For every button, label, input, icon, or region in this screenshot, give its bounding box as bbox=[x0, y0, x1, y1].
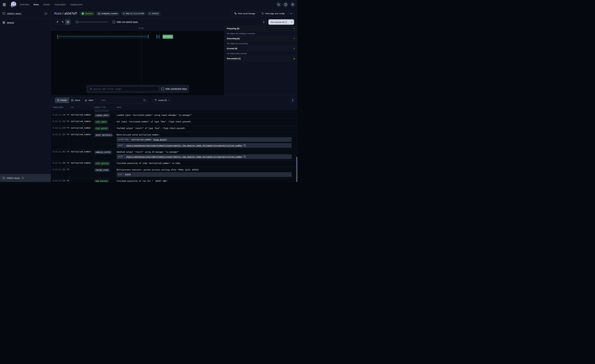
status-section-succeeded[interactable]: Succeeded (1)▶ bbox=[224, 56, 298, 61]
sidebar-item-job[interactable]: 250321-dvers 1 bbox=[0, 9, 51, 18]
event-type-tag: HANDLED_OUTPUT bbox=[94, 150, 112, 154]
sidebar-item-repo[interactable]: default bbox=[0, 18, 51, 27]
table-row: 5:12:11.263 PMmultiplied_numberHANDLED_O… bbox=[51, 149, 298, 161]
nav-overview[interactable]: Overview bbox=[20, 3, 29, 6]
log-filter-input[interactable] bbox=[99, 98, 147, 103]
event-type-tag: STEP_OUTPUT bbox=[94, 127, 109, 130]
path-link[interactable]: /Users/smackesey/stm/code/element1/exper… bbox=[126, 156, 242, 158]
waterfall-view-icon[interactable] bbox=[60, 20, 65, 25]
pan-to-top-bottom-icon[interactable] bbox=[290, 98, 295, 103]
table-row: 5:12:11.253 PMmultiplied_numberASSET_MAT… bbox=[51, 132, 298, 149]
dagster-logo[interactable] bbox=[10, 1, 17, 8]
event-type-cell: STEP_INPUT bbox=[92, 119, 115, 125]
nav-deployment[interactable]: Deployment bbox=[70, 3, 82, 6]
gantt-timeline: 0.5s bbox=[51, 26, 224, 31]
hide-unselected-checkbox[interactable]: Hide unselected steps bbox=[161, 88, 187, 90]
table-row: 5:12:11.249 PMmultiplied_numberSTEP_OUTP… bbox=[51, 126, 298, 132]
event-info: Materialized value multiplied_number.ass… bbox=[115, 132, 298, 149]
zoom-slider-track[interactable] bbox=[76, 21, 108, 22]
asset-tag[interactable]: multiplied_number bbox=[96, 11, 120, 16]
event-type-cell: STEP_OUTPUT bbox=[92, 126, 115, 132]
status-section-executing-body: No steps are executing bbox=[224, 41, 298, 46]
more-actions-button[interactable] bbox=[288, 11, 294, 16]
event-info-text: Materialized value multiplied_number. bbox=[117, 133, 296, 136]
zoom-slider[interactable] bbox=[76, 19, 108, 25]
event-info: Got input "versioned_number" of type "An… bbox=[115, 119, 298, 125]
table-row: 5:12:11.415 PM-RUN_SUCCESSFinished execu… bbox=[51, 178, 298, 182]
copy-icon[interactable] bbox=[244, 156, 246, 158]
event-type-tag: RUN_SUCCESS bbox=[94, 180, 109, 182]
event-op: multiplied_number bbox=[69, 161, 92, 167]
gantt-body: multipli… Hide unselected steps bbox=[51, 31, 224, 95]
lineage-icon bbox=[234, 12, 236, 15]
zoom-slider-thumb[interactable] bbox=[76, 21, 78, 23]
log-filter bbox=[99, 98, 147, 103]
help-icon[interactable]: ? bbox=[283, 2, 288, 7]
flat-view-icon[interactable] bbox=[55, 20, 60, 25]
settings-icon[interactable]: ⚙ bbox=[290, 2, 295, 7]
event-timestamp: 5:12:11.253 PM bbox=[51, 132, 69, 149]
event-op: multiplied_number bbox=[69, 112, 92, 119]
event-type-cell: STEP_SUCCESS bbox=[92, 161, 115, 167]
copy-icon[interactable] bbox=[244, 144, 246, 147]
path-link[interactable]: /Users/smackesey/stm/code/element1/exper… bbox=[126, 144, 242, 147]
metadata-key: path bbox=[117, 154, 124, 159]
events-toolbar: Events stdout stderr bbox=[51, 95, 298, 105]
top-nav: Overview Runs Assets Automation Deployme… bbox=[0, 0, 298, 9]
event-info: Handled output "result" using IO manager… bbox=[115, 149, 298, 160]
clear-filter-icon[interactable] bbox=[143, 99, 146, 102]
run-header-actions: View asset lineage View tags and config bbox=[232, 11, 294, 16]
view-tags-config-button[interactable]: View tags and config bbox=[259, 11, 287, 16]
nav-assets[interactable]: Assets bbox=[43, 3, 50, 6]
warning-icon bbox=[85, 99, 87, 101]
expand-collapse-icon[interactable] bbox=[261, 19, 267, 25]
primary-nav: Overview Runs Assets Automation Deployme… bbox=[20, 3, 82, 6]
event-timestamp: 5:12:11.240 PM bbox=[51, 112, 69, 119]
view-asset-link[interactable]: View Asset bbox=[154, 138, 166, 141]
gantt-step-bar[interactable]: multipli… bbox=[163, 35, 173, 39]
nav-automation[interactable]: Automation bbox=[54, 3, 66, 6]
events-table-header: TIMESTAMP OP EVENT TYPE INFO bbox=[51, 105, 298, 110]
status-section-executing[interactable]: Executing (0)▼ bbox=[224, 36, 298, 41]
levels-dropdown[interactable]: Levels (5) ▾ bbox=[152, 98, 171, 103]
refresh-icon[interactable] bbox=[21, 177, 24, 180]
reexecute-all-button[interactable]: Re-execute all (*) bbox=[269, 19, 289, 25]
vertical-scrollbar[interactable] bbox=[296, 157, 297, 182]
menu-icon[interactable] bbox=[3, 1, 9, 8]
tab-stdout[interactable]: stdout bbox=[69, 98, 83, 103]
timed-view-icon[interactable] bbox=[65, 20, 70, 25]
clock-icon bbox=[123, 13, 125, 15]
checkbox-box[interactable] bbox=[161, 88, 164, 90]
status-section-errored[interactable]: Errored (0)▼ bbox=[224, 46, 298, 51]
view-asset-lineage-button[interactable]: View asset lineage bbox=[232, 11, 257, 16]
clipped-table-row bbox=[51, 110, 298, 112]
event-op: multiplied_number bbox=[69, 132, 92, 149]
status-section-preparing[interactable]: Preparing (0)▼ bbox=[224, 26, 298, 31]
hide-not-started-checkbox[interactable]: Hide not started steps bbox=[113, 21, 138, 23]
col-op: OP bbox=[69, 105, 92, 110]
checkbox-box[interactable] bbox=[113, 21, 115, 23]
metadata-value: /Users/smackesey/stm/code/element1/exper… bbox=[124, 154, 247, 159]
event-info-text: Finished execution of step "multiplied_n… bbox=[117, 162, 296, 164]
tab-stderr[interactable]: stderr bbox=[83, 98, 96, 103]
tab-events[interactable]: Events bbox=[55, 98, 69, 103]
event-type-cell: LOADED_INPUT bbox=[92, 112, 115, 119]
event-op: - bbox=[69, 178, 92, 182]
folder-icon bbox=[2, 177, 5, 180]
gantt-waiting-segment bbox=[157, 35, 159, 39]
asset-group-icon bbox=[2, 21, 5, 24]
event-type-tag: ASSET_MATERIALI… bbox=[94, 133, 113, 137]
search-icon[interactable] bbox=[276, 2, 281, 7]
events-table: TIMESTAMP OP EVENT TYPE INFO 5:12:11.240… bbox=[51, 105, 298, 182]
nav-runs[interactable]: Runs bbox=[34, 3, 39, 6]
toolbar-right: Re-execute all (*) ▼ bbox=[261, 19, 294, 25]
sidebar-footer[interactable]: 250321-dvers bbox=[0, 174, 51, 182]
search-icon bbox=[90, 88, 92, 91]
step-search-input[interactable] bbox=[88, 86, 159, 91]
breadcrumb-runs-link[interactable]: Runs bbox=[54, 12, 62, 15]
event-type-tag: STEP_SUCCESS bbox=[94, 162, 110, 165]
gantt-view-mode-group bbox=[55, 19, 71, 25]
metadata-key: asset_key bbox=[117, 137, 130, 142]
reexecute-dropdown-button[interactable]: ▼ bbox=[289, 19, 294, 25]
svg-text:?: ? bbox=[285, 4, 286, 6]
